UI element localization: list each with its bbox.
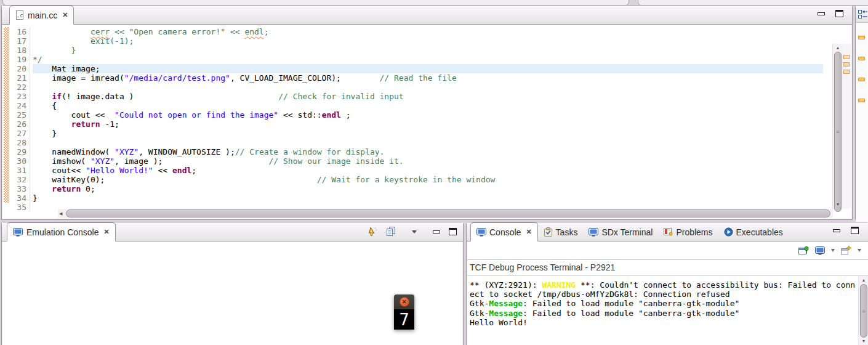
view-menu-icon[interactable]	[412, 230, 417, 233]
close-icon[interactable]: ✕	[104, 229, 110, 235]
scroll-down-icon[interactable]: ▼	[859, 338, 868, 345]
outline-marker	[858, 99, 865, 102]
line-number: 22	[10, 83, 26, 92]
tab-tasks[interactable]: Tasks	[538, 222, 584, 242]
changed-line-overview-marker[interactable]	[843, 70, 850, 74]
scroll-up-icon[interactable]: ▲	[859, 277, 868, 284]
tab-label: Problems	[676, 227, 712, 237]
pin-console-icon[interactable]	[798, 246, 809, 255]
dropdown-icon[interactable]	[831, 249, 835, 252]
code-lines[interactable]: cerr << "Open camera error!" << endl; ex…	[30, 27, 823, 212]
close-icon[interactable]: ✕	[526, 229, 531, 235]
code-line[interactable]: */	[33, 55, 823, 64]
minimize-icon[interactable]	[818, 12, 825, 15]
code-line[interactable]: return 0;	[33, 184, 823, 193]
line-number: 27	[10, 129, 26, 138]
close-icon[interactable]: ✕	[62, 12, 68, 18]
outline-strip-body	[856, 23, 868, 237]
code-line[interactable]: if(! image.data ) // Check for invalid i…	[33, 92, 823, 101]
emulation-console-tabbar: Emulation Console ✕	[2, 222, 463, 242]
executables-icon	[724, 227, 733, 237]
code-line[interactable]: }	[33, 193, 823, 203]
maximize-icon[interactable]	[449, 228, 457, 235]
console-line: Gtk-Message: Failed to load module "canb…	[470, 309, 858, 318]
dropdown-icon[interactable]	[858, 249, 861, 252]
outline-marker	[858, 57, 865, 60]
code-editor[interactable]: 1617181920212223242526272829303132333435…	[2, 25, 851, 219]
code-line[interactable]	[33, 138, 823, 147]
code-line[interactable]: cout << "Could not open or find the imag…	[33, 110, 823, 120]
code-line[interactable]: cout<< "Hello World!" << endl;	[33, 166, 823, 175]
code-line[interactable]: }	[33, 46, 823, 55]
outline-strip-header[interactable]	[856, 6, 868, 23]
scroll-up-icon[interactable]: ▲	[833, 44, 843, 52]
code-line[interactable]: imshow( "XYZ", image ); // Show our imag…	[33, 156, 823, 166]
tab-console[interactable]: Console✕	[470, 222, 538, 242]
line-number: 23	[10, 92, 26, 101]
line-number: 26	[10, 120, 26, 129]
line-number: 24	[10, 101, 26, 110]
scrollbar-thumb[interactable]	[66, 209, 830, 217]
code-line[interactable]: }	[33, 129, 823, 138]
changed-line-overview-marker[interactable]	[843, 62, 850, 67]
code-line[interactable]: {	[33, 101, 823, 110]
minimize-icon[interactable]	[833, 229, 840, 232]
scroll-left-icon[interactable]: ◀	[59, 209, 62, 218]
console-tabbar: Console✕TasksSDx TerminalProblemsExecuta…	[467, 222, 868, 242]
scroll-down-icon[interactable]: ▼	[833, 201, 843, 208]
editor-horizontal-scrollbar[interactable]: ◀	[58, 209, 833, 218]
close-button[interactable]: ✕	[400, 297, 409, 307]
code-line[interactable]: namedWindow( "XYZ", WINDOW_AUTOSIZE );//…	[33, 147, 823, 156]
display-console-icon[interactable]	[815, 246, 825, 255]
digit-image: 7	[394, 309, 414, 330]
console-view: Console✕TasksSDx TerminalProblemsExecuta…	[466, 222, 868, 345]
tab-emulation-console[interactable]: Emulation Console ✕	[7, 222, 116, 242]
maximize-icon[interactable]	[835, 10, 843, 17]
editor-vertical-scrollbar[interactable]: ▲ ≡ ▼	[832, 44, 843, 209]
code-line[interactable]: exit(-1);	[33, 36, 823, 46]
line-number: 33	[10, 184, 26, 193]
line-number: 28	[10, 138, 26, 147]
tab-label: Console	[489, 227, 521, 237]
code-line[interactable]: Mat image;	[33, 64, 823, 73]
console-line: Gtk-Message: Failed to load module "canb…	[470, 299, 858, 308]
code-line[interactable]: return -1;	[33, 120, 823, 129]
tab-sdx-terminal[interactable]: SDx Terminal	[583, 222, 658, 242]
code-line[interactable]: cerr << "Open camera error!" << endl;	[33, 27, 823, 36]
open-console-icon[interactable]	[841, 246, 851, 255]
line-number: 34	[10, 193, 26, 203]
code-line[interactable]: waitKey(0); // Wait for a keystroke in t…	[33, 175, 823, 184]
line-number: 19	[10, 55, 26, 64]
cursor-select-icon[interactable]	[367, 227, 377, 237]
console-vertical-scrollbar[interactable]: ▲ ≡ ▼	[858, 276, 868, 345]
line-number: 35	[10, 203, 26, 212]
line-number: 30	[10, 156, 26, 166]
console-line: Hello World!	[470, 318, 858, 327]
scrollbar-thumb[interactable]: ≡	[860, 284, 867, 338]
outline-icon	[858, 9, 868, 19]
console-line: ** (XYZ:2921): WARNING **: Couldn't conn…	[470, 280, 858, 290]
code-line[interactable]: image = imread("/media/card/test.png", C…	[33, 73, 823, 83]
console-icon	[13, 228, 23, 237]
minimize-icon[interactable]	[433, 230, 440, 233]
console-output[interactable]: ** (XYZ:2921): WARNING **: Couldn't conn…	[467, 276, 858, 345]
xyz-image-window[interactable]: ✕ 7	[394, 294, 414, 330]
line-number: 21	[10, 73, 26, 83]
line-number: 31	[10, 166, 26, 175]
maximize-icon[interactable]	[851, 227, 859, 234]
console-toolbar	[467, 242, 868, 260]
emulation-console-view: Emulation Console ✕ ✕ 7	[1, 222, 464, 345]
changed-lines-marker	[4, 27, 9, 203]
digit-7: 7	[399, 310, 409, 329]
scrollbar-thumb[interactable]: ≡	[834, 52, 842, 212]
tab-executables[interactable]: Executables	[718, 222, 789, 242]
copy-icon[interactable]	[386, 227, 396, 237]
tasks-icon	[544, 227, 553, 237]
svg-text:.c: .c	[17, 12, 23, 18]
changed-line-overview-marker[interactable]	[843, 55, 850, 59]
tab-main-cc[interactable]: .c main.cc ✕	[9, 6, 74, 25]
tab-problems[interactable]: Problems	[658, 222, 718, 242]
overview-ruler[interactable]	[843, 44, 851, 209]
code-line[interactable]	[33, 83, 823, 92]
xyz-window-titlebar[interactable]: ✕	[394, 294, 414, 309]
